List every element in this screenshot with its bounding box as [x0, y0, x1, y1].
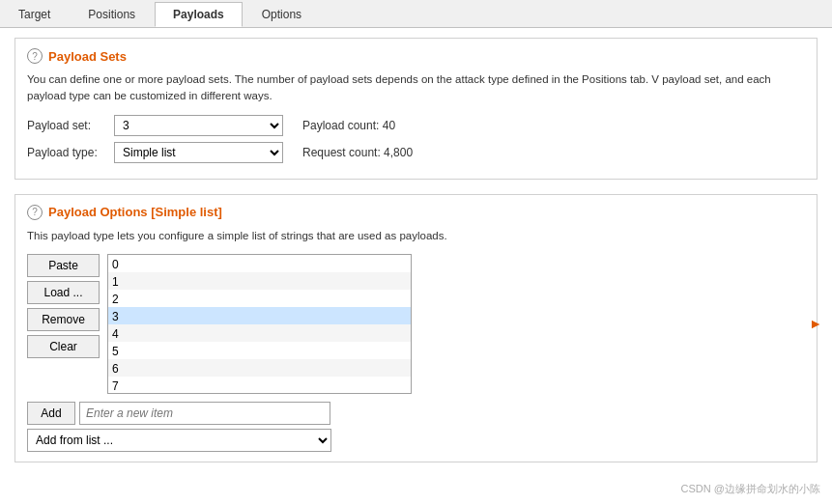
- list-item[interactable]: 0: [108, 255, 411, 272]
- bottom-controls: Add Add from list ...: [27, 402, 805, 452]
- payload-sets-section: ? Payload Sets You can define one or mor…: [14, 38, 818, 180]
- list-item[interactable]: 7: [108, 377, 411, 394]
- list-item[interactable]: 5: [108, 342, 411, 359]
- watermark: CSDN @边缘拼命划水的小陈: [681, 482, 820, 496]
- tab-options[interactable]: Options: [244, 2, 320, 27]
- payload-sets-description: You can define one or more payload sets.…: [27, 71, 805, 105]
- payload-options-description: This payload type lets you configure a s…: [27, 228, 805, 244]
- content-area: ? Payload Sets You can define one or mor…: [0, 28, 832, 504]
- tab-positions[interactable]: Positions: [70, 2, 154, 27]
- tab-bar: TargetPositionsPayloadsOptions: [0, 0, 832, 28]
- add-button[interactable]: Add: [27, 402, 75, 425]
- payload-type-row: Payload type: Simple list Request count:…: [27, 142, 805, 163]
- list-item[interactable]: 1: [108, 272, 411, 290]
- payload-list-box[interactable]: 01234567: [107, 254, 412, 394]
- payload-set-row: Payload set: 3 Payload count: 40: [27, 115, 805, 136]
- add-from-list-row: Add from list ...: [27, 429, 805, 452]
- list-item[interactable]: 4: [108, 324, 411, 342]
- list-item[interactable]: 3: [108, 307, 411, 324]
- request-count-info: Request count: 4,800: [302, 146, 413, 159]
- payload-options-title: Payload Options [Simple list]: [48, 205, 222, 219]
- payload-sets-help-icon[interactable]: ?: [27, 48, 43, 64]
- payload-count-info: Payload count: 40: [302, 119, 395, 132]
- payload-sets-title: Payload Sets: [48, 49, 127, 64]
- payload-set-select[interactable]: 3: [114, 115, 283, 136]
- payload-set-label: Payload set:: [27, 119, 114, 132]
- remove-button[interactable]: Remove: [27, 308, 100, 331]
- payload-buttons: Paste Load ... Remove Clear: [27, 254, 100, 394]
- list-item[interactable]: 2: [108, 290, 411, 307]
- add-from-list-select[interactable]: Add from list ...: [27, 429, 331, 452]
- add-row: Add: [27, 402, 805, 425]
- payload-list-area: Paste Load ... Remove Clear 01234567 ►: [27, 254, 805, 394]
- payload-type-select[interactable]: Simple list: [114, 142, 283, 163]
- tab-payloads[interactable]: Payloads: [155, 2, 243, 27]
- paste-button[interactable]: Paste: [27, 254, 100, 277]
- tab-target[interactable]: Target: [0, 2, 69, 27]
- arrow-right-icon: ►: [809, 316, 822, 331]
- clear-button[interactable]: Clear: [27, 335, 100, 358]
- payload-list-container: 01234567 ►: [107, 254, 805, 394]
- list-item[interactable]: 6: [108, 359, 411, 377]
- add-item-input[interactable]: [79, 402, 330, 425]
- payload-options-section: ? Payload Options [Simple list] This pay…: [14, 194, 818, 462]
- payload-options-help-icon[interactable]: ?: [27, 205, 43, 220]
- load-button[interactable]: Load ...: [27, 281, 100, 304]
- payload-type-label: Payload type:: [27, 146, 114, 159]
